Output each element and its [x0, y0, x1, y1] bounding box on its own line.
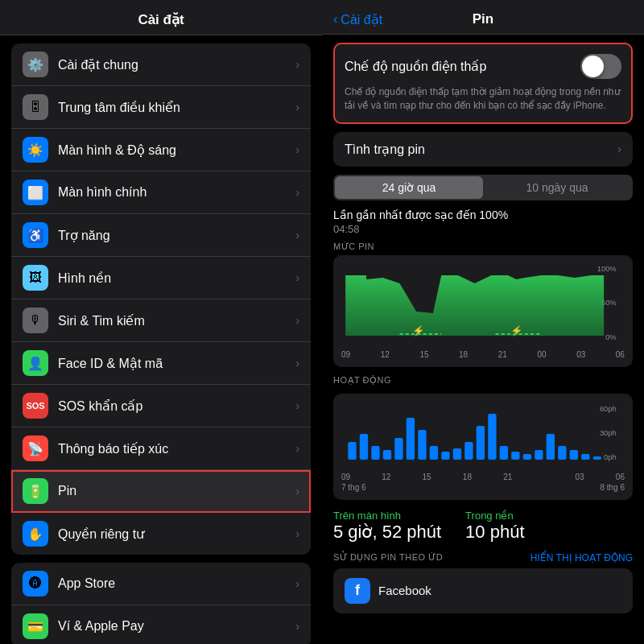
svg-rect-24 — [500, 446, 508, 460]
man-hinh-chinh-chevron-icon: › — [295, 186, 299, 199]
hinh-nen-icon: 🖼 — [23, 265, 48, 291]
settings-item-quyen-rieng-tu[interactable]: ✋Quyền riêng tư› — [11, 513, 311, 555]
last-charged-time: 04:58 — [333, 223, 633, 235]
settings-group-0: ⚙️Cài đặt chung›🎛Trung tâm điều khiển›☀️… — [11, 43, 311, 555]
settings-item-hinh-nen[interactable]: 🖼Hình nền› — [11, 257, 311, 299]
cai-dat-chung-icon: ⚙️ — [23, 52, 48, 77]
svg-rect-15 — [394, 438, 402, 460]
screen-on-label: Trên màn hình — [333, 510, 441, 522]
settings-item-pin[interactable]: 🔋Pin› — [11, 470, 311, 513]
svg-text:⚡: ⚡ — [510, 324, 523, 337]
trung-tam-dieu-khien-label: Trung tâm điều khiển — [58, 100, 295, 115]
man-hinh-chinh-icon: ⬜ — [23, 180, 48, 205]
background-item: Trong nền 10 phút — [465, 510, 524, 543]
low-power-row: Chế độ nguồn điện thấp — [345, 54, 621, 79]
settings-item-tro-nang[interactable]: ♿Trợ năng› — [11, 214, 311, 257]
screen-time-row: Trên màn hình 5 giờ, 52 phút Trong nền 1… — [333, 510, 633, 543]
svg-rect-20 — [453, 448, 461, 460]
battery-status-label: Tình trạng pin — [345, 142, 425, 157]
svg-rect-22 — [477, 426, 485, 460]
low-power-description: Chế độ nguồn điện thấp tạm thời giảm hoạ… — [345, 85, 621, 113]
svg-text:30ph: 30ph — [600, 429, 617, 437]
battery-time-labels: 0912151821000306 — [341, 350, 625, 359]
tro-nang-icon: ♿ — [23, 222, 48, 248]
hinh-nen-chevron-icon: › — [295, 271, 299, 284]
quyen-rieng-tu-chevron-icon: › — [295, 527, 299, 540]
battery-status-section: Tình trạng pin › — [333, 132, 633, 167]
low-power-label: Chế độ nguồn điện thấp — [345, 59, 486, 74]
tab-1[interactable]: 10 ngày qua — [483, 176, 631, 199]
hoat-dong-label: HOẠT ĐỘNG — [333, 375, 633, 386]
vi-apple-pay-icon: 💳 — [23, 613, 48, 639]
settings-item-man-hinh-do-sang[interactable]: ☀️Màn hình & Độ sáng› — [11, 129, 311, 171]
sos-chevron-icon: › — [295, 399, 299, 412]
pin-label: Pin — [58, 484, 295, 498]
date-label-1: 7 thg 6 — [341, 483, 366, 492]
battery-time-label: 00 — [537, 350, 546, 359]
svg-text:0%: 0% — [605, 333, 616, 341]
battery-time-label: 18 — [459, 350, 468, 359]
app-store-chevron-icon: › — [295, 577, 299, 590]
activity-time-labels: 09121518210306 — [341, 473, 625, 481]
vi-apple-pay-chevron-icon: › — [295, 620, 299, 633]
app-store-icon: 🅐 — [23, 571, 48, 597]
app-usage-label: Facebook — [378, 584, 431, 597]
thong-bao-chevron-icon: › — [295, 442, 299, 455]
svg-rect-19 — [441, 452, 449, 460]
settings-item-sos[interactable]: SOSSOS khẩn cấp› — [11, 385, 311, 427]
battery-time-label: 06 — [616, 350, 625, 359]
pin-right-panel: ‹ Cài đặt Pin Chế độ nguồn điện thấp Chế… — [322, 0, 644, 644]
trung-tam-dieu-khien-icon: 🎛 — [23, 94, 48, 120]
back-button[interactable]: ‹ Cài đặt — [333, 12, 382, 27]
low-power-toggle[interactable] — [580, 54, 621, 79]
battery-status-item[interactable]: Tình trạng pin › — [333, 132, 633, 167]
settings-item-vi-apple-pay[interactable]: 💳Ví & Apple Pay› — [11, 605, 311, 644]
face-id-label: Face ID & Mật mã — [58, 356, 295, 371]
settings-item-man-hinh-chinh[interactable]: ⬜Màn hình chính› — [11, 171, 311, 214]
chart-section: Lần gần nhất được sạc đến 100% 04:58 MỨC… — [333, 208, 633, 613]
siri-tim-kiem-label: Siri & Tim kiếm — [58, 313, 295, 328]
settings-item-cai-dat-chung[interactable]: ⚙️Cài đặt chung› — [11, 43, 311, 86]
trung-tam-dieu-khien-chevron-icon: › — [295, 101, 299, 114]
right-title: Pin — [473, 11, 493, 27]
tab-0[interactable]: 24 giờ qua — [335, 176, 483, 199]
settings-item-thong-bao[interactable]: 📡Thông báo tiếp xúc› — [11, 427, 311, 470]
settings-item-siri-tim-kiem[interactable]: 🎙Siri & Tim kiếm› — [11, 299, 311, 342]
svg-rect-12 — [360, 434, 368, 460]
settings-group-1: 🅐App Store›💳Ví & Apple Pay› — [11, 563, 311, 644]
svg-rect-13 — [371, 446, 379, 460]
thong-bao-label: Thông báo tiếp xúc — [58, 441, 295, 456]
right-content: Chế độ nguồn điện thấp Chế độ nguồn điện… — [322, 35, 644, 644]
settings-item-face-id[interactable]: 👤Face ID & Mật mã› — [11, 342, 311, 385]
battery-chart: 100% 50% 0% ⚡ ⚡ — [341, 263, 625, 344]
pin-chevron-icon: › — [295, 485, 299, 497]
back-label: Cài đặt — [341, 12, 382, 27]
svg-rect-31 — [581, 454, 589, 460]
tabs-row: 24 giờ qua10 ngày qua — [333, 175, 633, 200]
settings-item-trung-tam-dieu-khien[interactable]: 🎛Trung tâm điều khiển› — [11, 86, 311, 129]
settings-item-app-store[interactable]: 🅐App Store› — [11, 563, 311, 605]
activity-chart: 60ph 30ph 0ph — [341, 402, 625, 466]
svg-rect-23 — [488, 414, 496, 460]
battery-status-chevron-icon: › — [617, 142, 621, 155]
svg-rect-16 — [407, 418, 415, 460]
cai-dat-chung-label: Cài đặt chung — [58, 57, 295, 72]
app-usage-item: f Facebook — [333, 568, 633, 613]
battery-time-label: 21 — [498, 350, 507, 359]
quyen-rieng-tu-icon: ✋ — [23, 521, 48, 547]
thong-bao-icon: 📡 — [23, 436, 48, 461]
last-charged-label: Lần gần nhất được sạc đến 100% — [333, 208, 633, 221]
svg-rect-14 — [383, 450, 391, 460]
background-value: 10 phút — [465, 522, 524, 543]
battery-chart-container: 100% 50% 0% ⚡ ⚡ — [333, 255, 633, 367]
man-hinh-do-sang-label: Màn hình & Độ sáng — [58, 142, 295, 158]
show-activity-button[interactable]: HIỂN THỊ HOẠT ĐỘNG — [530, 552, 633, 564]
hinh-nen-label: Hình nền — [58, 270, 295, 286]
svg-text:0ph: 0ph — [604, 453, 617, 461]
sos-label: SOS khẩn cấp — [58, 398, 295, 414]
svg-rect-30 — [570, 450, 578, 460]
settings-left-panel: Cài đặt ⚙️Cài đặt chung›🎛Trung tâm điều … — [0, 0, 322, 644]
man-hinh-do-sang-chevron-icon: › — [295, 143, 299, 156]
siri-tim-kiem-icon: 🎙 — [23, 308, 48, 333]
man-hinh-chinh-label: Màn hình chính — [58, 185, 295, 200]
